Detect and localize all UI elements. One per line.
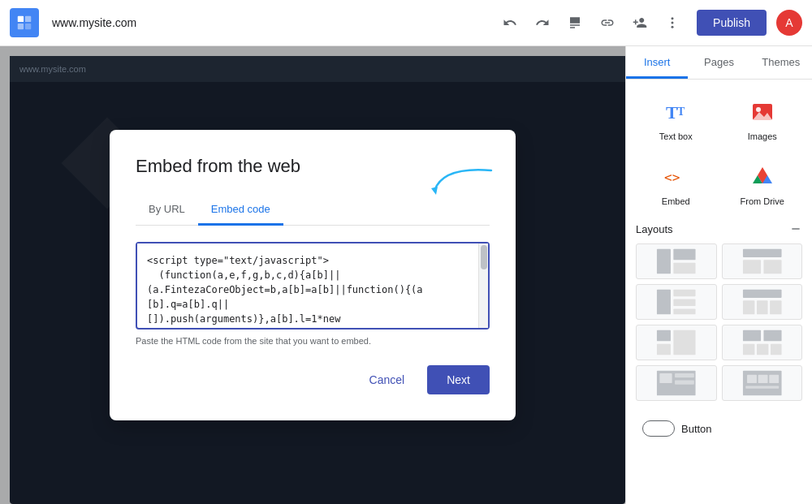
svg-rect-19 — [673, 249, 695, 261]
link-button[interactable] — [593, 8, 622, 37]
svg-rect-43 — [675, 381, 694, 385]
tab-themes[interactable]: Themes — [750, 46, 812, 79]
textbox-icon: T T — [659, 96, 692, 128]
embed-label: Embed — [662, 196, 690, 206]
layout-8[interactable] — [722, 365, 803, 401]
tab-insert[interactable]: Insert — [626, 46, 688, 79]
embed-code-input[interactable]: <script type="text/javascript"> (functio… — [137, 243, 488, 325]
layout-4[interactable] — [722, 284, 803, 320]
modal-actions: Cancel Next — [136, 365, 490, 394]
svg-rect-39 — [770, 344, 781, 355]
modal-title: Embed from the web — [136, 156, 490, 177]
layout-5[interactable] — [636, 325, 717, 360]
svg-rect-47 — [769, 375, 779, 383]
svg-rect-31 — [770, 300, 781, 314]
svg-text:<>: <> — [664, 170, 680, 185]
svg-marker-7 — [431, 187, 438, 195]
collapse-icon — [789, 222, 802, 235]
tab-by-url[interactable]: By URL — [136, 196, 198, 226]
more-options-button[interactable] — [658, 8, 687, 37]
button-label: Button — [681, 423, 712, 435]
svg-rect-30 — [756, 300, 767, 314]
preview-button[interactable] — [560, 8, 590, 37]
modal-tabs: By URL Embed code — [136, 196, 490, 226]
insert-grid-mid: <> Embed From Drive — [636, 157, 802, 209]
layouts-section: Layouts — [636, 222, 802, 401]
images-label: Images — [748, 131, 777, 141]
next-button[interactable]: Next — [427, 365, 490, 394]
layout-7[interactable] — [636, 365, 717, 401]
undo-button[interactable] — [495, 8, 525, 37]
redo-button[interactable] — [528, 8, 557, 37]
insert-embed[interactable]: <> Embed — [636, 157, 716, 209]
svg-rect-33 — [657, 344, 671, 355]
svg-rect-27 — [673, 309, 695, 315]
insert-grid-top: T T Text box Images — [636, 93, 802, 144]
layout-3[interactable] — [636, 284, 717, 320]
svg-rect-0 — [18, 16, 24, 22]
tab-embed-code[interactable]: Embed code — [198, 196, 283, 226]
svg-rect-21 — [742, 249, 781, 257]
layouts-header[interactable]: Layouts — [636, 222, 802, 235]
svg-rect-25 — [673, 290, 695, 297]
insert-images[interactable]: Images — [723, 93, 803, 144]
scrollbar-thumb — [481, 245, 487, 269]
tab-pages[interactable]: Pages — [688, 46, 749, 79]
site-url: www.mysite.com — [52, 16, 489, 29]
svg-rect-29 — [742, 300, 754, 314]
drive-label: From Drive — [741, 196, 784, 206]
svg-rect-46 — [758, 375, 767, 383]
insert-textbox[interactable]: T T Text box — [636, 93, 716, 144]
svg-rect-1 — [25, 16, 31, 22]
svg-rect-20 — [673, 263, 695, 274]
svg-rect-32 — [657, 330, 671, 342]
insert-button[interactable]: Button — [636, 414, 802, 443]
svg-rect-35 — [742, 330, 760, 342]
right-panel: Insert Pages Themes T T Text box — [625, 46, 812, 504]
modal-overlay: Embed from the web By URL Embed code <sc… — [0, 46, 625, 504]
images-icon — [746, 96, 779, 128]
svg-rect-41 — [659, 373, 672, 383]
panel-tabs: Insert Pages Themes — [626, 46, 812, 80]
main-area: www.mysite.com Embed from the web — [0, 46, 812, 504]
layout-2[interactable] — [722, 243, 803, 279]
svg-rect-48 — [745, 386, 779, 388]
app-logo — [10, 8, 39, 37]
panel-content: T T Text box Images — [626, 80, 812, 504]
svg-point-11 — [756, 107, 761, 112]
layout-1[interactable] — [636, 243, 717, 279]
embed-modal: Embed from the web By URL Embed code <sc… — [110, 130, 516, 420]
canvas-area: www.mysite.com Embed from the web — [0, 46, 625, 504]
svg-rect-28 — [742, 290, 781, 298]
svg-rect-22 — [742, 260, 760, 274]
svg-rect-26 — [673, 299, 695, 307]
svg-rect-37 — [742, 344, 754, 355]
layouts-title: Layouts — [636, 223, 673, 235]
embed-hint: Paste the HTML code from the site that y… — [136, 336, 490, 346]
textbox-label: Text box — [659, 131, 693, 141]
svg-rect-18 — [657, 249, 671, 274]
layout-6[interactable] — [722, 325, 803, 360]
svg-rect-34 — [673, 330, 695, 355]
svg-text:T: T — [666, 102, 678, 123]
svg-rect-38 — [756, 344, 767, 355]
svg-point-5 — [672, 22, 674, 24]
toolbar-actions: Publish A — [495, 8, 802, 37]
drive-icon — [746, 161, 779, 193]
toolbar: www.mysite.com Publish A — [0, 0, 812, 46]
publish-button[interactable]: Publish — [697, 10, 767, 36]
svg-rect-24 — [657, 290, 671, 315]
button-section: Button — [636, 414, 802, 443]
add-person-button[interactable] — [625, 8, 654, 37]
embed-icon: <> — [659, 161, 692, 193]
avatar[interactable]: A — [776, 10, 802, 36]
cancel-button[interactable]: Cancel — [356, 367, 418, 393]
textarea-scrollbar[interactable] — [478, 243, 488, 328]
insert-drive[interactable]: From Drive — [723, 157, 803, 209]
svg-point-4 — [672, 17, 674, 19]
svg-rect-36 — [763, 330, 781, 342]
svg-text:T: T — [677, 106, 685, 118]
svg-rect-42 — [675, 373, 694, 377]
svg-rect-45 — [747, 375, 757, 383]
svg-point-6 — [672, 26, 674, 28]
